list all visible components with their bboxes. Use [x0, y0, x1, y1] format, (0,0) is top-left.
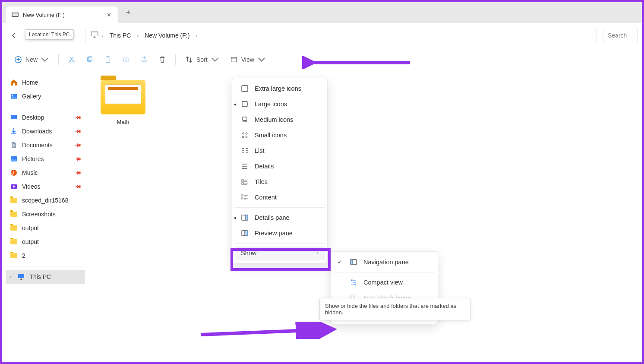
chevron-right-icon: ›: [317, 250, 319, 256]
small-icon: [241, 131, 249, 139]
new-button[interactable]: New: [10, 53, 53, 66]
preview-pane-icon: [241, 229, 249, 237]
copy-button[interactable]: [82, 53, 98, 66]
content-icon: [241, 193, 249, 201]
svg-rect-26: [242, 195, 243, 196]
svg-rect-16: [18, 274, 24, 278]
search-input[interactable]: Search: [603, 28, 638, 43]
pin-icon: 📌: [73, 141, 82, 149]
sidebar-downloads[interactable]: Downloads📌: [6, 124, 85, 138]
details-pane-icon: [241, 214, 249, 222]
view-tiles[interactable]: Tiles: [235, 174, 325, 190]
home-icon: [10, 79, 18, 86]
pin-icon: 📌: [73, 155, 82, 163]
titlebar: New Volume (F:) ✕ +: [2, 2, 642, 23]
chevron-right-icon[interactable]: ›: [195, 33, 198, 38]
view-details[interactable]: Details: [235, 158, 325, 174]
svg-rect-6: [106, 57, 110, 62]
folder-icon: [10, 238, 18, 246]
view-small[interactable]: Small icons: [235, 127, 325, 143]
view-preview-pane[interactable]: Preview pane: [235, 225, 325, 241]
sidebar-folder[interactable]: output: [6, 221, 85, 235]
svg-rect-27: [242, 198, 243, 199]
navpane-icon: [350, 258, 357, 266]
sort-button[interactable]: Sort: [181, 53, 223, 66]
folder-icon: [10, 196, 18, 204]
medium-icon: [241, 116, 249, 123]
desktop-icon: [10, 114, 18, 121]
document-icon: [10, 141, 18, 149]
svg-point-3: [73, 60, 75, 63]
delete-button[interactable]: [155, 53, 170, 66]
svg-point-2: [69, 60, 71, 63]
new-tab-button[interactable]: +: [121, 6, 135, 19]
show-navigation-pane[interactable]: ✓Navigation pane: [333, 254, 435, 270]
view-list[interactable]: List: [235, 143, 325, 158]
download-icon: [10, 127, 18, 135]
cut-button[interactable]: [64, 53, 79, 66]
pin-icon: 📌: [73, 113, 82, 121]
address-bar[interactable]: › This PC › New Volume (F:) ›: [85, 28, 597, 43]
tab[interactable]: New Volume (F:) ✕: [6, 6, 118, 23]
back-button[interactable]: [6, 28, 22, 43]
gallery-icon: [10, 92, 18, 100]
share-button[interactable]: [136, 53, 152, 66]
svg-rect-17: [242, 85, 248, 92]
pin-icon: 📌: [73, 182, 82, 190]
show-compact-view[interactable]: Compact view: [333, 275, 435, 290]
tiles-icon: [241, 178, 249, 186]
chevron-right-icon[interactable]: ›: [10, 275, 11, 279]
paste-button[interactable]: [100, 53, 116, 66]
sidebar-pictures[interactable]: Pictures📌: [6, 152, 85, 166]
sidebar-folder[interactable]: 2: [6, 249, 85, 263]
svg-rect-7: [107, 56, 109, 57]
view-show[interactable]: Show›: [235, 246, 325, 260]
sidebar-folder[interactable]: output: [6, 235, 85, 249]
folder-icon: [101, 80, 145, 114]
folder-item[interactable]: Math: [97, 80, 149, 125]
large-icon: [241, 100, 249, 108]
disk-icon: [12, 13, 19, 17]
hidden-items-tooltip: Show or hide the files and folders that …: [319, 298, 470, 320]
folder-icon: [10, 210, 18, 218]
svg-rect-25: [242, 183, 243, 184]
sidebar-home[interactable]: Home: [6, 76, 85, 89]
breadcrumb-root[interactable]: This PC: [107, 32, 134, 39]
music-icon: [10, 169, 18, 177]
sidebar-documents[interactable]: Documents📌: [6, 138, 85, 152]
svg-point-20: [242, 133, 244, 134]
check-icon: ✓: [338, 259, 342, 265]
compact-icon: [350, 279, 357, 286]
svg-point-14: [11, 170, 17, 176]
location-tooltip: Location: This PC: [25, 29, 74, 40]
pc-icon: [91, 32, 98, 39]
sidebar-music[interactable]: Music📌: [6, 166, 85, 180]
chevron-right-icon[interactable]: ›: [136, 33, 139, 38]
view-details-pane[interactable]: ●Details pane: [235, 210, 325, 225]
sidebar-folder[interactable]: Screenshots: [6, 207, 85, 221]
svg-rect-29: [246, 215, 248, 220]
svg-rect-12: [11, 115, 17, 119]
folder-label: Math: [97, 119, 149, 125]
view-menu: Extra large icons ●Large icons Medium ic…: [232, 78, 328, 263]
view-large[interactable]: ●Large icons: [235, 96, 325, 112]
breadcrumb-current[interactable]: New Volume (F:): [142, 32, 192, 39]
view-medium[interactable]: Medium icons: [235, 112, 325, 127]
svg-rect-0: [91, 32, 98, 36]
sidebar-videos[interactable]: Videos📌: [6, 180, 85, 193]
sidebar-folder[interactable]: scoped_dir15168: [6, 193, 85, 207]
view-extra-large[interactable]: Extra large icons: [235, 81, 325, 96]
svg-rect-33: [350, 260, 353, 265]
sidebar-desktop[interactable]: Desktop📌: [6, 111, 85, 124]
svg-point-22: [242, 136, 244, 138]
navbar: › This PC › New Volume (F:) › Search: [2, 23, 642, 48]
sidebar-thispc[interactable]: › This PC: [6, 270, 85, 284]
close-icon[interactable]: ✕: [106, 12, 112, 18]
chevron-right-icon[interactable]: ›: [101, 33, 104, 38]
rename-button[interactable]: [118, 53, 134, 66]
view-content[interactable]: Content: [235, 190, 325, 205]
view-button[interactable]: View: [226, 53, 270, 66]
list-icon: [241, 147, 249, 155]
sidebar-gallery[interactable]: Gallery: [6, 89, 85, 103]
svg-rect-31: [245, 231, 248, 236]
